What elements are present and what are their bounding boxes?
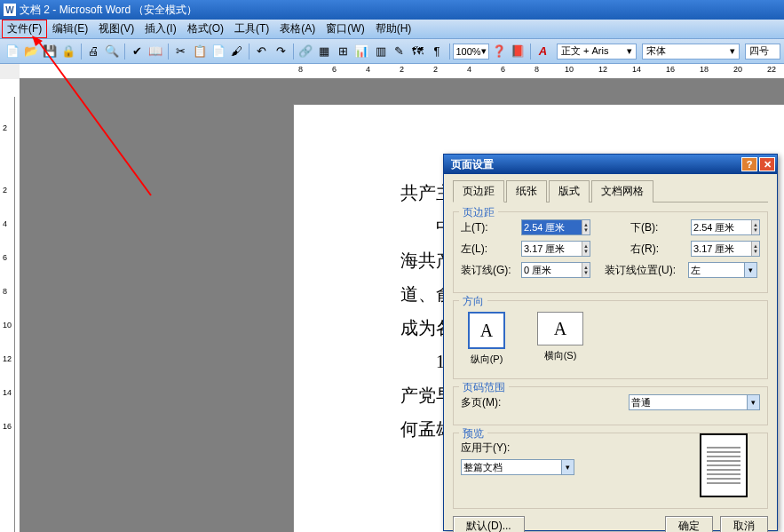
tab-layout[interactable]: 版式 xyxy=(549,180,590,202)
read-icon[interactable]: 📕 xyxy=(510,43,527,60)
menu-window[interactable]: 窗口(W) xyxy=(321,20,369,38)
insert-table-icon[interactable]: ⊞ xyxy=(335,43,352,60)
tab-paper[interactable]: 纸张 xyxy=(506,180,547,202)
permission-icon[interactable]: 🔒 xyxy=(59,43,76,60)
font-combo[interactable]: 宋体▾ xyxy=(642,44,740,60)
margins-group: 页边距 上(T): 2.54 厘米▲▼ 下(B): 2.54 厘米▲▼ 左(L)… xyxy=(453,211,768,293)
paste-icon[interactable]: 📄 xyxy=(210,43,226,60)
tab-margins[interactable]: 页边距 xyxy=(453,180,504,202)
dialog-title: 页面设置 xyxy=(451,157,494,172)
landscape-icon: A xyxy=(537,312,583,345)
format-painter-icon[interactable]: 🖌 xyxy=(228,43,245,60)
columns-icon[interactable]: ▥ xyxy=(372,43,389,60)
menu-format[interactable]: 格式(O) xyxy=(182,20,229,38)
help-icon[interactable]: ❓ xyxy=(491,43,508,60)
hyperlink-icon[interactable]: 🔗 xyxy=(297,43,314,60)
separator xyxy=(449,44,450,60)
save-icon[interactable]: 💾 xyxy=(41,43,58,60)
bottom-input[interactable]: 2.54 厘米▲▼ xyxy=(691,219,760,235)
top-label: 上(T): xyxy=(461,220,516,235)
new-icon[interactable]: 📄 xyxy=(4,43,20,60)
right-label: 右(R): xyxy=(630,242,685,257)
tab-grid[interactable]: 文档网格 xyxy=(591,180,653,202)
copy-icon[interactable]: 📋 xyxy=(191,43,208,60)
dialog-tabs: 页边距 纸张 版式 文档网格 xyxy=(453,179,768,202)
gutter-label: 装订线(G): xyxy=(461,263,516,278)
preview-icon[interactable]: 🔍 xyxy=(104,43,121,60)
separator xyxy=(249,44,249,60)
orientation-legend: 方向 xyxy=(459,294,487,309)
preview-thumbnail xyxy=(700,433,748,497)
menu-insert[interactable]: 插入(I) xyxy=(139,20,181,38)
left-label: 左(L): xyxy=(461,242,516,257)
pages-group: 页码范围 多页(M): 普通▾ xyxy=(453,386,768,425)
title-bar: W 文档 2 - Microsoft Word （安全模式） xyxy=(0,0,784,20)
separator xyxy=(530,44,531,60)
top-input[interactable]: 2.54 厘米▲▼ xyxy=(521,219,590,235)
excel-icon[interactable]: 📊 xyxy=(353,43,370,60)
zoom-combo[interactable]: 100% ▾ xyxy=(453,44,488,60)
margins-legend: 页边距 xyxy=(459,205,498,220)
ok-button[interactable]: 确定 xyxy=(665,516,713,532)
separator xyxy=(168,44,169,60)
preview-legend: 预览 xyxy=(459,426,487,441)
landscape-option[interactable]: A 横向(S) xyxy=(537,312,583,366)
menu-file[interactable]: 文件(F) xyxy=(2,20,47,38)
dialog-titlebar[interactable]: 页面设置 ? ✕ xyxy=(444,155,777,174)
close-button[interactable]: ✕ xyxy=(759,157,775,171)
word-icon: W xyxy=(4,4,16,16)
separator xyxy=(124,44,125,60)
vertical-ruler[interactable]: 2 2 4 6 8 10 12 14 16 xyxy=(0,79,20,532)
cut-icon[interactable]: ✂ xyxy=(172,43,189,60)
separator xyxy=(293,44,294,60)
menu-tools[interactable]: 工具(T) xyxy=(229,20,274,38)
gutter-input[interactable]: 0 厘米▲▼ xyxy=(521,262,590,278)
gutter-pos-combo[interactable]: 左▾ xyxy=(688,262,757,278)
drawing-icon[interactable]: ✎ xyxy=(391,43,408,60)
bottom-label: 下(B): xyxy=(630,220,685,235)
open-icon[interactable]: 📂 xyxy=(22,43,39,60)
fontsize-combo[interactable]: 四号 xyxy=(745,44,780,60)
research-icon[interactable]: 📖 xyxy=(147,43,164,60)
menu-bar: 文件(F) 编辑(E) 视图(V) 插入(I) 格式(O) 工具(T) 表格(A… xyxy=(0,20,784,39)
menu-view[interactable]: 视图(V) xyxy=(93,20,139,38)
right-input[interactable]: 3.17 厘米▲▼ xyxy=(691,241,760,257)
map-icon[interactable]: 🗺 xyxy=(409,43,426,60)
page-setup-dialog: 页面设置 ? ✕ 页边距 纸张 版式 文档网格 页边距 上(T): 2.54 厘… xyxy=(443,154,778,531)
standard-toolbar: 📄 📂 💾 🔒 🖨 🔍 ✔ 📖 ✂ 📋 📄 🖌 ↶ ↷ 🔗 ▦ ⊞ 📊 ▥ ✎ … xyxy=(0,39,784,64)
portrait-option[interactable]: A 纵向(P) xyxy=(468,312,505,366)
multi-label: 多页(M): xyxy=(461,395,516,410)
multi-combo[interactable]: 普通▾ xyxy=(629,394,760,410)
separator xyxy=(81,44,82,60)
apply-label: 应用于(Y): xyxy=(461,441,510,456)
undo-icon[interactable]: ↶ xyxy=(253,43,270,60)
menu-help[interactable]: 帮助(H) xyxy=(370,20,417,38)
preview-group: 预览 应用于(Y): 整篇文档▾ xyxy=(453,433,768,509)
horizontal-ruler[interactable]: 8 6 4 2 2 4 6 8 10 12 14 16 18 20 22 xyxy=(20,64,784,79)
style-combo[interactable]: 正文 + Aris▾ xyxy=(557,44,637,60)
table-toolbar-icon[interactable]: ▦ xyxy=(316,43,333,60)
spell-icon[interactable]: ✔ xyxy=(129,43,146,60)
menu-edit[interactable]: 编辑(E) xyxy=(47,20,93,38)
apply-combo[interactable]: 整篇文档▾ xyxy=(461,459,574,475)
cancel-button[interactable]: 取消 xyxy=(720,516,768,532)
style-format-icon[interactable]: A xyxy=(535,43,551,60)
window-title: 文档 2 - Microsoft Word （安全模式） xyxy=(20,3,197,18)
help-button[interactable]: ? xyxy=(741,157,757,171)
orientation-group: 方向 A 纵向(P) A 横向(S) xyxy=(453,300,768,379)
pages-legend: 页码范围 xyxy=(459,380,509,395)
left-input[interactable]: 3.17 厘米▲▼ xyxy=(521,241,590,257)
print-icon[interactable]: 🖨 xyxy=(84,43,101,60)
redo-icon[interactable]: ↷ xyxy=(272,43,289,60)
show-marks-icon[interactable]: ¶ xyxy=(428,43,445,60)
default-button[interactable]: 默认(D)... xyxy=(453,516,525,532)
portrait-icon: A xyxy=(468,312,505,349)
menu-table[interactable]: 表格(A) xyxy=(274,20,321,38)
gutter-pos-label: 装订线位置(U): xyxy=(605,263,683,278)
